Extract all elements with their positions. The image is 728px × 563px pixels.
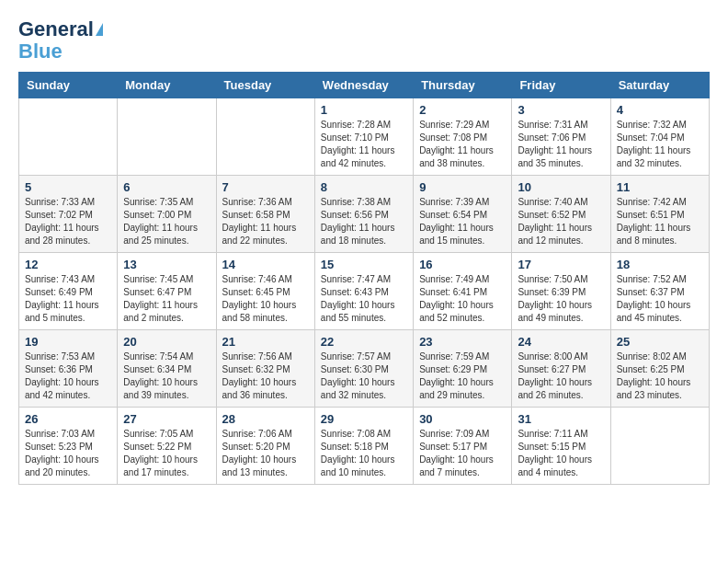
calendar-cell — [610, 408, 709, 485]
calendar-cell: 23Sunrise: 7:59 AM Sunset: 6:29 PM Dayli… — [414, 330, 512, 408]
calendar-cell: 9Sunrise: 7:39 AM Sunset: 6:54 PM Daylig… — [414, 176, 512, 253]
day-info: Sunrise: 7:56 AM Sunset: 6:32 PM Dayligh… — [222, 350, 309, 402]
calendar-table: SundayMondayTuesdayWednesdayThursdayFrid… — [18, 72, 710, 485]
day-number: 12 — [25, 258, 111, 271]
day-number: 16 — [419, 258, 506, 271]
day-number: 21 — [222, 335, 309, 349]
calendar-cell: 1Sunrise: 7:28 AM Sunset: 7:10 PM Daylig… — [314, 98, 413, 176]
calendar-cell: 21Sunrise: 7:56 AM Sunset: 6:32 PM Dayli… — [216, 330, 314, 408]
calendar-cell: 11Sunrise: 7:42 AM Sunset: 6:51 PM Dayli… — [610, 176, 709, 253]
day-number: 17 — [518, 258, 604, 271]
day-info: Sunrise: 7:43 AM Sunset: 6:49 PM Dayligh… — [25, 273, 111, 325]
day-number: 13 — [123, 258, 210, 271]
calendar-cell: 24Sunrise: 8:00 AM Sunset: 6:27 PM Dayli… — [512, 330, 610, 408]
calendar-body: 1Sunrise: 7:28 AM Sunset: 7:10 PM Daylig… — [19, 98, 710, 485]
calendar-cell: 14Sunrise: 7:46 AM Sunset: 6:45 PM Dayli… — [216, 253, 314, 330]
day-header-friday: Friday — [512, 73, 610, 98]
day-info: Sunrise: 8:02 AM Sunset: 6:25 PM Dayligh… — [617, 350, 703, 402]
day-header-monday: Monday — [118, 73, 216, 98]
calendar-cell: 7Sunrise: 7:36 AM Sunset: 6:58 PM Daylig… — [216, 176, 314, 253]
day-info: Sunrise: 7:40 AM Sunset: 6:52 PM Dayligh… — [518, 196, 604, 247]
day-number: 31 — [518, 412, 604, 426]
day-number: 4 — [617, 103, 703, 117]
day-number: 7 — [222, 180, 309, 194]
day-info: Sunrise: 7:08 AM Sunset: 5:18 PM Dayligh… — [321, 428, 407, 479]
day-info: Sunrise: 7:06 AM Sunset: 5:20 PM Dayligh… — [222, 428, 309, 479]
day-info: Sunrise: 7:29 AM Sunset: 7:08 PM Dayligh… — [419, 119, 506, 170]
day-number: 23 — [419, 335, 506, 349]
calendar-cell: 6Sunrise: 7:35 AM Sunset: 7:00 PM Daylig… — [118, 176, 216, 253]
day-number: 19 — [25, 335, 111, 349]
calendar-cell: 29Sunrise: 7:08 AM Sunset: 5:18 PM Dayli… — [314, 408, 413, 485]
day-info: Sunrise: 7:36 AM Sunset: 6:58 PM Dayligh… — [222, 196, 309, 247]
day-info: Sunrise: 7:33 AM Sunset: 7:02 PM Dayligh… — [25, 196, 111, 247]
day-info: Sunrise: 7:38 AM Sunset: 6:56 PM Dayligh… — [321, 196, 407, 247]
calendar-cell: 8Sunrise: 7:38 AM Sunset: 6:56 PM Daylig… — [314, 176, 413, 253]
day-number: 30 — [419, 412, 506, 426]
day-number: 27 — [123, 412, 210, 426]
day-info: Sunrise: 7:35 AM Sunset: 7:00 PM Dayligh… — [123, 196, 210, 247]
logo: General Blue — [18, 18, 103, 63]
calendar-cell: 22Sunrise: 7:57 AM Sunset: 6:30 PM Dayli… — [314, 330, 413, 408]
calendar-cell: 19Sunrise: 7:53 AM Sunset: 6:36 PM Dayli… — [19, 330, 118, 408]
day-info: Sunrise: 7:49 AM Sunset: 6:41 PM Dayligh… — [419, 273, 506, 325]
day-number: 5 — [25, 180, 111, 194]
calendar-cell: 5Sunrise: 7:33 AM Sunset: 7:02 PM Daylig… — [19, 176, 118, 253]
calendar-cell: 31Sunrise: 7:11 AM Sunset: 5:15 PM Dayli… — [512, 408, 610, 485]
day-info: Sunrise: 7:28 AM Sunset: 7:10 PM Dayligh… — [321, 119, 407, 170]
day-info: Sunrise: 7:42 AM Sunset: 6:51 PM Dayligh… — [617, 196, 703, 247]
day-info: Sunrise: 7:46 AM Sunset: 6:45 PM Dayligh… — [222, 273, 309, 325]
day-number: 29 — [321, 412, 407, 426]
day-number: 26 — [25, 412, 111, 426]
day-info: Sunrise: 7:52 AM Sunset: 6:37 PM Dayligh… — [617, 273, 703, 325]
day-info: Sunrise: 7:39 AM Sunset: 6:54 PM Dayligh… — [419, 196, 506, 247]
calendar-cell: 18Sunrise: 7:52 AM Sunset: 6:37 PM Dayli… — [610, 253, 709, 330]
calendar-cell: 17Sunrise: 7:50 AM Sunset: 6:39 PM Dayli… — [512, 253, 610, 330]
calendar-cell: 25Sunrise: 8:02 AM Sunset: 6:25 PM Dayli… — [610, 330, 709, 408]
calendar-cell: 13Sunrise: 7:45 AM Sunset: 6:47 PM Dayli… — [118, 253, 216, 330]
calendar-cell: 30Sunrise: 7:09 AM Sunset: 5:17 PM Dayli… — [414, 408, 512, 485]
day-number: 22 — [321, 335, 407, 349]
day-header-saturday: Saturday — [610, 73, 709, 98]
calendar-cell: 2Sunrise: 7:29 AM Sunset: 7:08 PM Daylig… — [414, 98, 512, 176]
calendar-cell: 4Sunrise: 7:32 AM Sunset: 7:04 PM Daylig… — [610, 98, 709, 176]
calendar-cell: 15Sunrise: 7:47 AM Sunset: 6:43 PM Dayli… — [314, 253, 413, 330]
day-number: 11 — [617, 180, 703, 194]
day-info: Sunrise: 7:54 AM Sunset: 6:34 PM Dayligh… — [123, 350, 210, 402]
calendar-cell: 12Sunrise: 7:43 AM Sunset: 6:49 PM Dayli… — [19, 253, 118, 330]
day-number: 9 — [419, 180, 506, 194]
day-number: 8 — [321, 180, 407, 194]
day-info: Sunrise: 7:03 AM Sunset: 5:23 PM Dayligh… — [25, 428, 111, 479]
calendar-cell: 10Sunrise: 7:40 AM Sunset: 6:52 PM Dayli… — [512, 176, 610, 253]
logo-general: General — [18, 18, 94, 40]
day-number: 3 — [518, 103, 604, 117]
calendar-cell — [216, 98, 314, 176]
logo-triangle-icon — [96, 23, 103, 36]
day-info: Sunrise: 7:05 AM Sunset: 5:22 PM Dayligh… — [123, 428, 210, 479]
calendar-week-1: 1Sunrise: 7:28 AM Sunset: 7:10 PM Daylig… — [19, 98, 710, 176]
calendar-week-2: 5Sunrise: 7:33 AM Sunset: 7:02 PM Daylig… — [19, 176, 710, 253]
calendar-cell: 20Sunrise: 7:54 AM Sunset: 6:34 PM Dayli… — [118, 330, 216, 408]
day-number: 1 — [321, 103, 407, 117]
calendar-week-3: 12Sunrise: 7:43 AM Sunset: 6:49 PM Dayli… — [19, 253, 710, 330]
day-info: Sunrise: 7:32 AM Sunset: 7:04 PM Dayligh… — [617, 119, 703, 170]
day-number: 18 — [617, 258, 703, 271]
day-header-tuesday: Tuesday — [216, 73, 314, 98]
calendar-cell: 3Sunrise: 7:31 AM Sunset: 7:06 PM Daylig… — [512, 98, 610, 176]
day-number: 24 — [518, 335, 604, 349]
day-header-sunday: Sunday — [19, 73, 118, 98]
day-info: Sunrise: 7:57 AM Sunset: 6:30 PM Dayligh… — [321, 350, 407, 402]
day-number: 20 — [123, 335, 210, 349]
day-header-wednesday: Wednesday — [314, 73, 413, 98]
day-info: Sunrise: 7:11 AM Sunset: 5:15 PM Dayligh… — [518, 428, 604, 479]
calendar-cell: 27Sunrise: 7:05 AM Sunset: 5:22 PM Dayli… — [118, 408, 216, 485]
day-info: Sunrise: 8:00 AM Sunset: 6:27 PM Dayligh… — [518, 350, 604, 402]
calendar-header-row: SundayMondayTuesdayWednesdayThursdayFrid… — [19, 73, 710, 98]
calendar-cell: 16Sunrise: 7:49 AM Sunset: 6:41 PM Dayli… — [414, 253, 512, 330]
day-info: Sunrise: 7:09 AM Sunset: 5:17 PM Dayligh… — [419, 428, 506, 479]
day-number: 10 — [518, 180, 604, 194]
day-number: 25 — [617, 335, 703, 349]
logo-blue: Blue — [18, 40, 63, 63]
calendar-cell: 26Sunrise: 7:03 AM Sunset: 5:23 PM Dayli… — [19, 408, 118, 485]
day-info: Sunrise: 7:53 AM Sunset: 6:36 PM Dayligh… — [25, 350, 111, 402]
